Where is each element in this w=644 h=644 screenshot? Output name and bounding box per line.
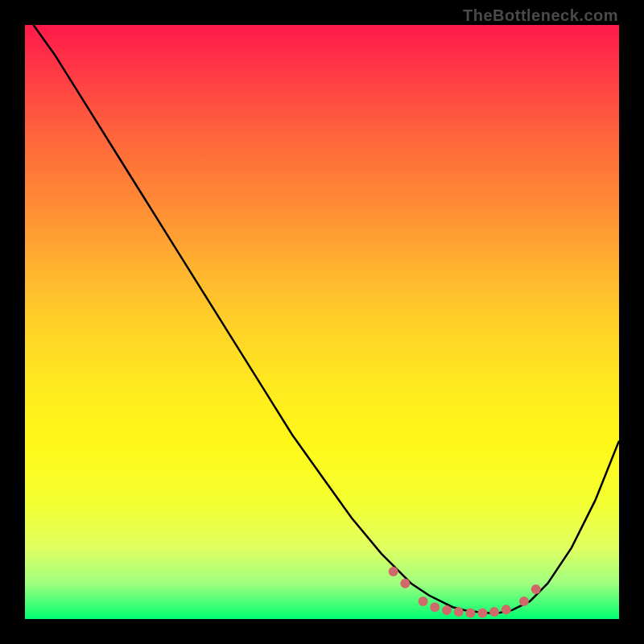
curve-dot xyxy=(419,597,428,606)
curve-dot xyxy=(519,597,529,606)
curve-dot xyxy=(389,567,398,576)
bottleneck-curve xyxy=(25,25,619,619)
curve-dot xyxy=(430,602,440,612)
curve-dot xyxy=(466,609,476,618)
curve-dot xyxy=(400,579,410,588)
curve-dot xyxy=(502,605,511,614)
curve-dot xyxy=(477,609,487,618)
curve-dot xyxy=(531,584,541,594)
watermark-text: TheBottleneck.com xyxy=(463,6,618,25)
curve-dot xyxy=(489,607,499,617)
curve-dot xyxy=(454,607,464,617)
curve-dot xyxy=(442,605,452,615)
